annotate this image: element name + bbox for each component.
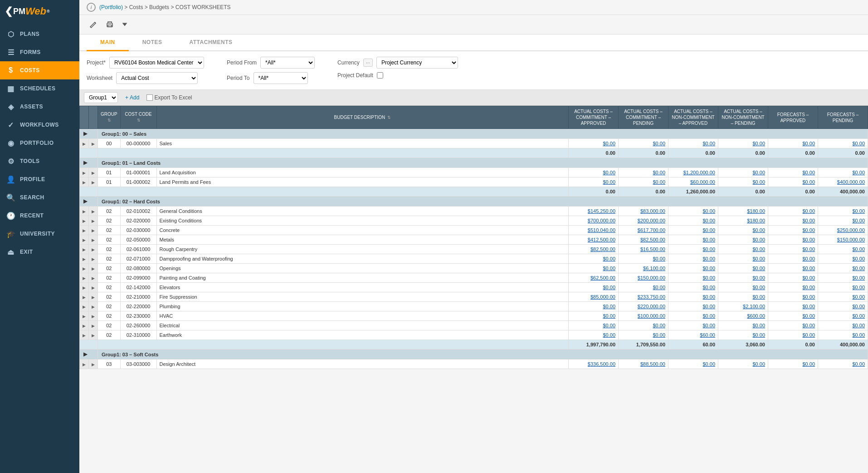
cell-anc-pen[interactable]: $0.00: [718, 226, 768, 235]
cell-ac-pen[interactable]: $82,500.00: [619, 235, 668, 245]
row-expand[interactable]: ▶: [80, 311, 89, 321]
row-expand[interactable]: ▶: [80, 207, 89, 216]
cell-fc-pen[interactable]: $150,000.00: [818, 235, 868, 245]
cell-fc-app[interactable]: $0.00: [768, 207, 818, 216]
cell-fc-pen[interactable]: $0.00: [818, 168, 868, 177]
table-row[interactable]: ▶ ▶ 02 02-310000 Earthwork $0.00 $0.00 $…: [80, 330, 868, 340]
row-expand[interactable]: ▶: [80, 216, 89, 226]
cell-fc-app[interactable]: $0.00: [768, 177, 818, 187]
cell-ac-pen[interactable]: $200,000.00: [619, 216, 668, 226]
cell-fc-app[interactable]: $0.00: [768, 311, 818, 321]
row-expand2[interactable]: ▶: [89, 321, 98, 330]
cell-ac-pen[interactable]: $83,000.00: [619, 207, 668, 216]
cell-ac-app[interactable]: $336,500.00: [569, 360, 619, 369]
cell-fc-app[interactable]: $0.00: [768, 254, 818, 264]
cell-ac-pen[interactable]: $100,000.00: [619, 311, 668, 321]
table-row[interactable]: ▶ ▶ 02 02-071000 Dampproofing and Waterp…: [80, 254, 868, 264]
row-expand2[interactable]: ▶: [89, 273, 98, 283]
table-row[interactable]: ▶ ▶ 02 02-020000 Existing Conditions $70…: [80, 216, 868, 226]
cell-ac-app[interactable]: $412,500.00: [569, 235, 619, 245]
tab-attachments[interactable]: ATTACHMENTS: [176, 34, 246, 51]
cell-anc-pen[interactable]: $180.00: [718, 216, 768, 226]
row-expand[interactable]: ▶: [80, 254, 89, 264]
cell-ac-app[interactable]: $82,500.00: [569, 245, 619, 254]
sidebar-item-portfolio[interactable]: ◉ PORTFOLIO: [0, 134, 79, 152]
cell-fc-pen[interactable]: $0.00: [818, 321, 868, 330]
table-row[interactable]: ▶ ▶ 02 02-260000 Electrical $0.00 $0.00 …: [80, 321, 868, 330]
worksheet-select[interactable]: Actual Cost: [116, 72, 198, 84]
table-row[interactable]: ▶ ▶ 02 02-142000 Elevators $0.00 $0.00 $…: [80, 283, 868, 292]
row-expand2[interactable]: ▶: [89, 168, 98, 177]
cell-anc-app[interactable]: $0.00: [668, 139, 718, 148]
cell-fc-pen[interactable]: $0.00: [818, 207, 868, 216]
cell-anc-app[interactable]: $0.00: [668, 245, 718, 254]
edit-button[interactable]: [87, 19, 100, 30]
sidebar-item-recent[interactable]: 🕐 RECENT: [0, 207, 79, 225]
cell-anc-pen[interactable]: $0.00: [718, 245, 768, 254]
cell-fc-app[interactable]: $0.00: [768, 302, 818, 311]
row-expand[interactable]: ▶: [80, 302, 89, 311]
cell-ac-app[interactable]: $0.00: [569, 177, 619, 187]
row-expand[interactable]: ▶: [80, 292, 89, 302]
cell-ac-pen[interactable]: $0.00: [619, 330, 668, 340]
sidebar-item-assets[interactable]: ◈ ASSETS: [0, 98, 79, 116]
table-row[interactable]: ▶ ▶ 03 03-003000 Design Architect $336,5…: [80, 360, 868, 369]
cell-ac-app[interactable]: $510,040.00: [569, 226, 619, 235]
cell-fc-app[interactable]: $0.00: [768, 264, 818, 273]
row-expand[interactable]: ▶: [80, 177, 89, 187]
table-row[interactable]: ▶ ▶ 02 02-080000 Openings $0.00 $6,100.0…: [80, 264, 868, 273]
sidebar-item-forms[interactable]: ☰ FORMS: [0, 43, 79, 61]
sidebar-item-workflows[interactable]: ✓ WORKFLOWS: [0, 116, 79, 134]
info-button[interactable]: i: [87, 3, 96, 12]
row-expand2[interactable]: ▶: [89, 177, 98, 187]
project-default-checkbox[interactable]: [377, 72, 383, 79]
cell-anc-pen[interactable]: $0.00: [718, 330, 768, 340]
cell-anc-app[interactable]: $0.00: [668, 207, 718, 216]
row-expand2[interactable]: ▶: [89, 302, 98, 311]
cell-fc-pen[interactable]: $0.00: [818, 245, 868, 254]
group-toggle[interactable]: ▶: [83, 351, 87, 357]
cell-fc-app[interactable]: $0.00: [768, 330, 818, 340]
cell-ac-app[interactable]: $0.00: [569, 264, 619, 273]
row-expand[interactable]: ▶: [80, 245, 89, 254]
cell-ac-pen[interactable]: $617,700.00: [619, 226, 668, 235]
add-button[interactable]: + Add: [122, 94, 142, 102]
cell-fc-pen[interactable]: $400,000.00: [818, 177, 868, 187]
row-expand[interactable]: ▶: [80, 264, 89, 273]
row-expand[interactable]: ▶: [80, 283, 89, 292]
period-to-select[interactable]: *All*: [254, 72, 308, 84]
cell-fc-pen[interactable]: $0.00: [818, 311, 868, 321]
cell-anc-pen[interactable]: $2,100.00: [718, 302, 768, 311]
cell-fc-pen[interactable]: $0.00: [818, 139, 868, 148]
cell-fc-app[interactable]: $0.00: [768, 273, 818, 283]
sidebar-item-schedules[interactable]: ▦ SCHEDULES: [0, 79, 79, 98]
table-row[interactable]: ▶ ▶ 02 02-010002 General Conditions $145…: [80, 207, 868, 216]
cell-anc-app[interactable]: $0.00: [668, 235, 718, 245]
table-row[interactable]: ▶ ▶ 01 01-000001 Land Acquisition $0.00 …: [80, 168, 868, 177]
cell-fc-app[interactable]: $0.00: [768, 292, 818, 302]
table-row[interactable]: ▶ ▶ 02 02-061000 Rough Carpentry $82,500…: [80, 245, 868, 254]
export-button[interactable]: Export To Excel: [146, 94, 192, 101]
row-expand[interactable]: ▶: [80, 330, 89, 340]
cell-fc-pen[interactable]: $0.00: [818, 360, 868, 369]
print-button[interactable]: [103, 19, 117, 30]
group-select[interactable]: Group1: [84, 92, 118, 103]
cell-ac-pen[interactable]: $0.00: [619, 321, 668, 330]
col-code-header[interactable]: COST CODE ⇅: [120, 106, 156, 129]
cell-ac-app[interactable]: $0.00: [569, 283, 619, 292]
cell-ac-pen[interactable]: $0.00: [619, 254, 668, 264]
cell-ac-pen[interactable]: $0.00: [619, 139, 668, 148]
cell-anc-pen[interactable]: $0.00: [718, 283, 768, 292]
cell-fc-pen[interactable]: $0.00: [818, 254, 868, 264]
row-expand2[interactable]: ▶: [89, 311, 98, 321]
cell-ac-pen[interactable]: $220,000.00: [619, 302, 668, 311]
table-row[interactable]: ▶ ▶ 02 02-230000 HVAC $0.00 $100,000.00 …: [80, 311, 868, 321]
cell-ac-app[interactable]: $0.00: [569, 321, 619, 330]
cell-anc-pen[interactable]: $0.00: [718, 360, 768, 369]
cell-anc-pen[interactable]: $0.00: [718, 139, 768, 148]
cell-ac-pen[interactable]: $6,100.00: [619, 264, 668, 273]
cell-fc-pen[interactable]: $0.00: [818, 302, 868, 311]
cell-anc-app[interactable]: $0.00: [668, 264, 718, 273]
cell-anc-pen[interactable]: $0.00: [718, 273, 768, 283]
cell-fc-app[interactable]: $0.00: [768, 216, 818, 226]
